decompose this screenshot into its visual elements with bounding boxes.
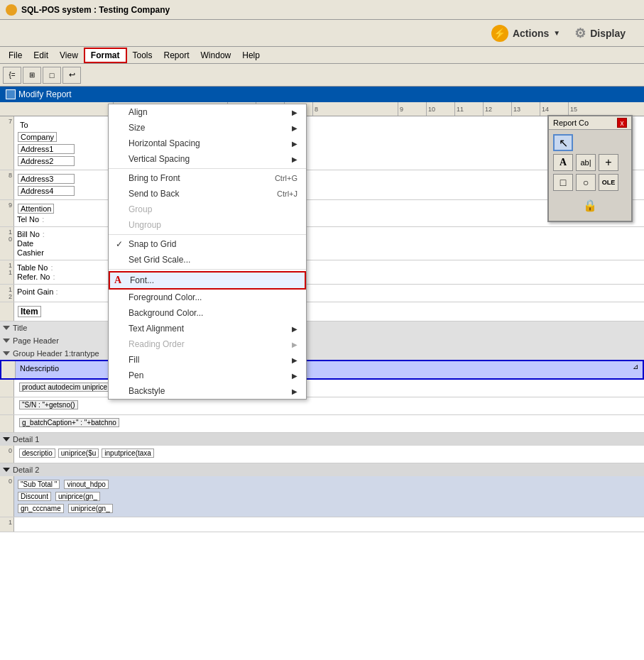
toolbar-btn-2[interactable]: ⊞ [23, 67, 41, 84]
date-label: Date [17, 239, 33, 248]
group-header-section-label: Group Header 1:trantype [0, 347, 644, 360]
detail1-section-num: 0 descriptio uniprice($u inputprice(taxa [0, 446, 644, 463]
main-area: Modify Report 0 1 2 8 9 10 11 12 13 14 1… [0, 87, 644, 660]
report-controls-panel: Report Co x ↖ A ab| + [547, 115, 633, 222]
section-num-11: 11 [0, 260, 14, 284]
ruler-9: 9 [398, 102, 426, 116]
toolbar-btn-4[interactable]: ↩ [62, 67, 81, 84]
menu-pen[interactable]: Pen ▶ [109, 368, 306, 383]
section-num-sel [1, 361, 16, 378]
ruler-10: 10 [426, 102, 454, 116]
toolbar-btn-1[interactable]: {= [3, 67, 21, 84]
gn-cccname: gn_cccname [18, 504, 64, 513]
vert-spacing-label: Vertical Spacing [129, 154, 190, 164]
menu-file[interactable]: File [3, 49, 28, 62]
horiz-arrow: ▶ [292, 140, 298, 148]
address1-field: Address1 [18, 144, 75, 154]
fill-label: Fill [129, 355, 139, 365]
menu-snap-grid[interactable]: ✓ Snap to Grid [109, 236, 306, 252]
group-label: Group [129, 204, 152, 214]
bring-front-label: Bring to Front [129, 173, 180, 183]
menu-horiz-spacing[interactable]: Horizontal Spacing ▶ [109, 136, 306, 151]
actions-button[interactable]: ⚡ Actions ▼ [484, 22, 567, 45]
actions-icon: ⚡ [491, 25, 508, 42]
menu-set-grid[interactable]: Set Grid Scale... [109, 252, 306, 268]
menu-send-back[interactable]: Send to Back Ctrl+J [109, 186, 306, 202]
detail2-label: Detail 2 [0, 463, 644, 476]
section-12: 12 Point Gain : [0, 285, 644, 302]
ruler-8: 8 [312, 102, 398, 116]
menu-font[interactable]: A Font... [109, 271, 306, 290]
page-header-triangle [3, 339, 10, 343]
menu-text-align[interactable]: Text Alignment ▶ [109, 321, 306, 336]
backstyle-label: Backstyle [129, 386, 165, 396]
format-dropdown-menu: Align ▶ Size ▶ Horizontal Spacing ▶ Vert… [108, 104, 307, 400]
display-button[interactable]: ⚙ Display [567, 23, 633, 44]
rc-oval-btn[interactable]: ○ [576, 174, 596, 191]
top-toolbar: ⚡ Actions ▼ ⚙ Display [0, 20, 644, 47]
menu-reading-order: Reading Order ▶ [109, 336, 306, 352]
detail1-body: descriptio uniprice($u inputprice(taxa [14, 446, 644, 463]
title-triangle [3, 326, 10, 330]
menu-background[interactable]: Background Color... [109, 305, 306, 321]
menu-foreground[interactable]: Foreground Color... [109, 290, 306, 305]
menu-align[interactable]: Align ▶ [109, 104, 306, 120]
menu-report[interactable]: Report [158, 49, 195, 62]
section-num-product [0, 380, 14, 397]
group-header-section-text: Group Header 1:trantype [13, 349, 99, 358]
menu-help[interactable]: Help [236, 49, 266, 62]
menu-view[interactable]: View [54, 49, 84, 62]
toolbar-btn-3[interactable]: □ [43, 67, 61, 84]
detail1-uniprice: uniprice($u [58, 449, 99, 458]
menu-fill[interactable]: Fill ▶ [109, 352, 306, 368]
set-grid-label: Set Grid Scale... [129, 255, 190, 265]
menu-bring-front[interactable]: Bring to Front Ctrl+G [109, 170, 306, 186]
uniprice-gn1: uniprice(gn_ [55, 492, 100, 501]
menu-backstyle[interactable]: Backstyle ▶ [109, 383, 306, 399]
rc-label-btn[interactable]: A [553, 154, 573, 171]
rc-ole-btn[interactable]: OLE [599, 174, 618, 191]
attention-field: Attention [18, 204, 54, 214]
company-field: Company [18, 132, 57, 142]
menu-edit[interactable]: Edit [28, 49, 54, 62]
sn-field: "S/N : "+getsno() [19, 400, 78, 409]
app-icon [6, 4, 17, 16]
actions-dropdown-arrow: ▼ [553, 29, 560, 37]
ole-icon: OLE [602, 179, 616, 186]
select-icon: ↖ [559, 136, 568, 150]
actions-label: Actions [513, 28, 549, 39]
selected-field-handle: ⊿ [633, 363, 641, 370]
title-section-label: Title [0, 321, 644, 334]
background-label: Background Color... [129, 308, 203, 318]
report-controls-content: ↖ A ab| + □ ○ [549, 130, 631, 221]
textbox-icon: ab| [580, 158, 591, 167]
ruler-14: 14 [540, 102, 568, 116]
refer-label: Refer. No [17, 273, 50, 281]
oval-icon: ○ [583, 177, 589, 188]
detail1-input-price: inputprice(taxa [102, 449, 154, 458]
gear-icon: ⚙ [574, 26, 586, 41]
send-back-label: Send to Back [129, 189, 179, 199]
rc-select-btn[interactable]: ↖ [553, 134, 573, 151]
address2-field: Address2 [18, 156, 75, 166]
vert-arrow: ▶ [292, 155, 298, 163]
menu-window[interactable]: Window [195, 49, 237, 62]
rc-lock-btn[interactable]: 🔒 [580, 197, 600, 214]
menu-format[interactable]: Format [84, 48, 127, 63]
menu-vert-spacing[interactable]: Vertical Spacing ▶ [109, 151, 306, 167]
rc-plus-btn[interactable]: + [599, 154, 618, 171]
menu-tools[interactable]: Tools [127, 49, 158, 62]
menu-bar: File Edit View Format Tools Report Windo… [0, 47, 644, 64]
rc-textbox-btn[interactable]: ab| [576, 154, 596, 171]
bring-front-shortcut: Ctrl+G [275, 174, 298, 182]
menu-size[interactable]: Size ▶ [109, 120, 306, 136]
sep1 [109, 168, 306, 169]
rc-rect-btn[interactable]: □ [553, 174, 573, 191]
section-1b-body [14, 517, 644, 532]
report-controls-close[interactable]: x [617, 118, 627, 128]
horiz-spacing-label: Horizontal Spacing [129, 138, 200, 148]
rc-lock-row: 🔒 [553, 194, 627, 216]
detail2-text: Detail 2 [13, 466, 39, 474]
snap-grid-label: Snap to Grid [129, 239, 176, 249]
ruler: 0 1 2 8 9 10 11 12 13 14 15 [0, 102, 644, 116]
